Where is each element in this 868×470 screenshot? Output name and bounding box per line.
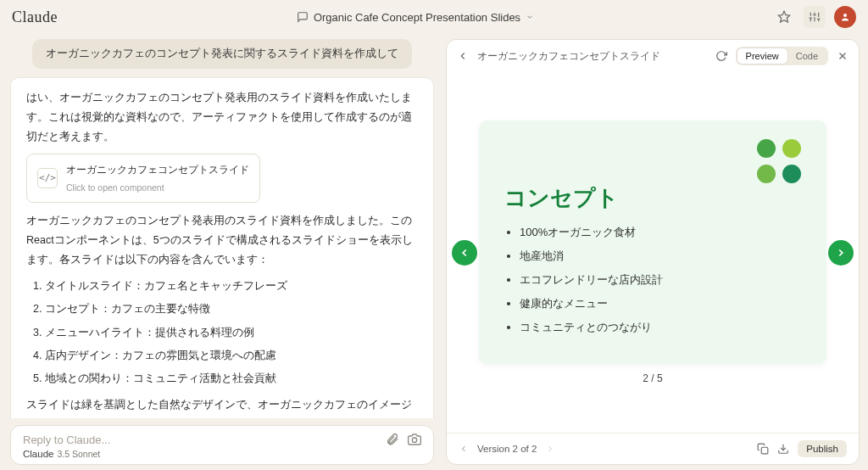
list-item: 店内デザイン：カフェの雰囲気と環境への配慮	[45, 346, 418, 366]
preview-code-toggle[interactable]: Preview Code	[736, 47, 828, 65]
avatar[interactable]	[834, 6, 856, 28]
tab-preview[interactable]: Preview	[737, 48, 787, 64]
panel-title: オーガニックカフェコンセプトスライド	[477, 49, 660, 64]
assistant-body-2: スライドは緑を基調とした自然なデザインで、オーガニックカフェのイメージに合わせて…	[26, 395, 418, 418]
svg-point-10	[843, 14, 847, 17]
artifact-panel: オーガニックカフェコンセプトスライド Preview Code	[446, 39, 860, 465]
slide-bullet: コミュニティとのつながり	[520, 320, 801, 335]
version-label: Version 2 of 2	[477, 444, 537, 454]
slide-bullet: 健康的なメニュー	[520, 296, 801, 311]
slide-counter: 2 / 5	[643, 372, 662, 384]
user-message: オーガニックカフェのコンセプト発表に関するスライド資料を作成して	[10, 39, 434, 69]
slide-bullet: エコフレンドリーな店内設計	[520, 272, 801, 288]
close-icon[interactable]	[837, 50, 849, 62]
composer[interactable]: Reply to Claude... Claude 3.5 Sonnet	[10, 425, 434, 465]
svg-marker-0	[778, 11, 789, 22]
chat-column: オーガニックカフェのコンセプト発表に関するスライド資料を作成して はい、オーガニ…	[0, 34, 444, 470]
logo: Claude	[12, 8, 58, 26]
list-item: 地域との関わり：コミュニティ活動と社会貢献	[45, 369, 418, 389]
topbar-actions	[773, 6, 856, 28]
project-title-wrap[interactable]: Organic Cafe Concept Presentation Slides	[58, 11, 773, 24]
svg-point-11	[412, 438, 416, 442]
publish-button[interactable]: Publish	[798, 440, 847, 457]
slide-heading: コンセプト	[504, 183, 801, 213]
list-item: タイトルスライド：カフェ名とキャッチフレーズ	[45, 277, 418, 296]
main: オーガニックカフェのコンセプト発表に関するスライド資料を作成して はい、オーガニ…	[0, 34, 868, 470]
slide-bullets: 100%オーガニック食材 地産地消 エコフレンドリーな店内設計 健康的なメニュー…	[520, 225, 801, 335]
slide-bullet: 地産地消	[520, 249, 801, 264]
version-next-icon[interactable]	[545, 444, 555, 454]
version-prev-icon[interactable]	[459, 444, 469, 454]
list-item: コンセプト：カフェの主要な特徴	[45, 299, 418, 319]
assistant-message: はい、オーガニックカフェのコンセプト発表用のスライド資料を作成いたします。これは…	[10, 77, 434, 418]
panel-body: コンセプト 100%オーガニック食材 地産地消 エコフレンドリーな店内設計 健康…	[447, 72, 859, 433]
project-title: Organic Cafe Concept Presentation Slides	[314, 11, 520, 24]
download-icon[interactable]	[777, 443, 789, 455]
panel-header: オーガニックカフェコンセプトスライド Preview Code	[447, 40, 859, 72]
assistant-list: タイトルスライド：カフェ名とキャッチフレーズ コンセプト：カフェの主要な特徴 メ…	[45, 277, 418, 389]
svg-rect-14	[762, 447, 769, 454]
composer-model: 3.5 Sonnet	[57, 449, 100, 459]
attachment-icon[interactable]	[386, 433, 399, 446]
assistant-intro: はい、オーガニックカフェのコンセプト発表用のスライド資料を作成いたします。これは…	[26, 88, 418, 147]
composer-input[interactable]: Reply to Claude...	[23, 434, 110, 446]
artifact-subtitle: Click to open component	[66, 180, 249, 196]
tab-code[interactable]: Code	[787, 48, 826, 64]
copy-icon[interactable]	[757, 443, 769, 455]
artifact-column: オーガニックカフェコンセプトスライド Preview Code	[444, 34, 868, 470]
chat-icon	[297, 11, 309, 23]
slide-decor-dots	[504, 139, 801, 183]
prev-slide-button[interactable]	[452, 240, 477, 266]
chevron-down-icon	[526, 13, 534, 21]
top-bar: Claude Organic Cafe Concept Presentation…	[0, 0, 868, 34]
slide-bullet: 100%オーガニック食材	[520, 225, 801, 240]
sliders-button[interactable]	[804, 6, 826, 28]
user-bubble: オーガニックカフェのコンセプト発表に関するスライド資料を作成して	[32, 39, 412, 69]
assistant-body-1: オーガニックカフェのコンセプト発表用のスライド資料を作成しました。このReact…	[26, 211, 418, 270]
next-slide-button[interactable]	[828, 240, 854, 266]
refresh-icon[interactable]	[715, 50, 727, 62]
slide: コンセプト 100%オーガニック食材 地産地消 エコフレンドリーな店内設計 健康…	[479, 120, 826, 364]
artifact-card[interactable]: </> オーガニックカフェコンセプトスライド Click to open com…	[26, 154, 260, 203]
artifact-title: オーガニックカフェコンセプトスライド	[66, 160, 249, 179]
star-button[interactable]	[773, 6, 795, 28]
code-icon: </>	[37, 168, 58, 188]
panel-footer: Version 2 of 2 Publish	[447, 433, 859, 464]
camera-icon[interactable]	[408, 433, 421, 446]
composer-brand: Claude	[23, 449, 53, 459]
back-icon[interactable]	[457, 50, 469, 62]
list-item: メニューハイライト：提供される料理の例	[45, 323, 418, 343]
